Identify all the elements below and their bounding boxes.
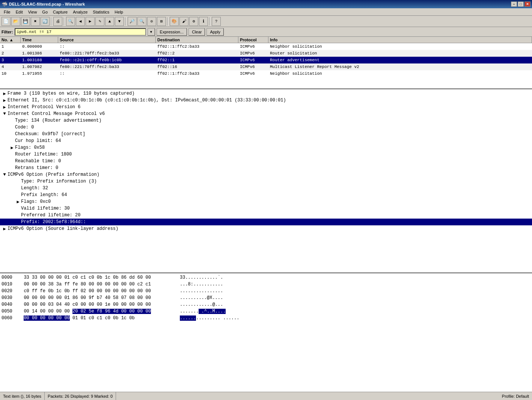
toolbar-open[interactable]: 📂 — [11, 17, 20, 26]
toolbar-next[interactable]: ▶ — [86, 17, 95, 26]
toolbar-new[interactable]: 📄 — [2, 17, 11, 26]
toolbar-zoom-in[interactable]: 🔎 — [128, 17, 137, 26]
expand-placeholder — [15, 192, 21, 198]
expand-icon[interactable]: ▶ — [2, 104, 8, 110]
expand-icon[interactable]: ▶ — [2, 98, 8, 103]
minimize-button[interactable]: − — [511, 2, 517, 7]
col-header-source[interactable]: Source — [58, 37, 156, 43]
detail-line[interactable]: Retrans timer: 0 — [0, 165, 532, 171]
toolbar-colorize[interactable]: 🎨 — [170, 17, 179, 26]
col-header-proto[interactable]: Protocol — [238, 37, 268, 43]
toolbar-filter-color[interactable]: 🖌 — [179, 17, 188, 26]
hex-row: 0050 00 14 00 00 00 00 20 02 5e f8 96 4d… — [2, 308, 530, 315]
detail-line[interactable]: ▶Internet Protocol Version 6 — [0, 104, 532, 110]
hex-ascii: ............@... — [180, 302, 223, 307]
hex-bytes: 00 00 00 38 3a ff fe 80 00 00 00 00 00 0… — [18, 282, 180, 287]
detail-line[interactable]: ▼Internet Control Message Protocol v6 — [0, 110, 532, 117]
packet-rows-container: 1 0.000000 :: ff02::1:ffc2:ba33 ICMPv6 N… — [0, 43, 532, 77]
toolbar-zoom2[interactable]: ⊞ — [157, 17, 166, 26]
detail-text: Flags: 0x58 — [15, 145, 45, 150]
toolbar-up[interactable]: ▲ — [105, 17, 114, 26]
cell-proto: ICMPv6 — [238, 44, 268, 49]
toolbar-prev[interactable]: ◀ — [76, 17, 85, 26]
toolbar-find[interactable]: 🔍 — [66, 17, 75, 26]
hex-row: 0020 c0 ff fe 0b 1c 0b ff 02 00 00 00 00… — [2, 288, 530, 294]
hex-bytes: c0 ff fe 0b 1c 0b ff 02 00 00 00 00 00 0… — [18, 288, 180, 294]
detail-line[interactable]: ▼ICMPv6 Option (Prefix information) — [0, 171, 532, 178]
menu-view[interactable]: View — [26, 9, 39, 15]
expand-icon[interactable]: ▶ — [15, 199, 21, 205]
toolbar-reload[interactable]: 🔄 — [41, 17, 50, 26]
detail-line[interactable]: ▶Flags: 0xc0 — [0, 198, 532, 205]
hex-offset: 0030 — [2, 295, 18, 300]
filter-expression-button[interactable]: Expression... — [157, 28, 187, 36]
expand-icon[interactable]: ▼ — [2, 111, 8, 116]
hex-bytes: 00 00 00 00 00 00 01 01 c0 c1 c0 0b 1c 0… — [18, 315, 180, 321]
hex-dump: 0000 33 33 00 00 00 01 c0 c1 c0 0b 1c 0b… — [0, 273, 532, 392]
detail-line[interactable]: Prefix: 2002:5ef8:964d:: — [0, 219, 532, 225]
filter-dropdown-button[interactable]: ▼ — [148, 28, 155, 36]
cell-info: Multicast Listener Report Message v2 — [268, 65, 532, 69]
cell-proto: ICMPv6 — [238, 65, 268, 69]
toolbar-sep3 — [125, 17, 126, 26]
detail-line[interactable]: Length: 32 — [0, 185, 532, 192]
cell-dest: ff02::1:ffc2:ba33 — [156, 71, 238, 76]
detail-line[interactable]: Reachable time: 0 — [0, 158, 532, 165]
detail-line[interactable]: ▶Ethernet II, Src: c0:c1:c0:0b:1c:0b (c0… — [0, 97, 532, 104]
col-header-dest[interactable]: Destination — [156, 37, 238, 43]
detail-text: Internet Control Message Protocol v6 — [8, 111, 105, 116]
col-header-time[interactable]: Time — [21, 37, 58, 43]
detail-line[interactable]: Prefix length: 64 — [0, 192, 532, 198]
detail-line[interactable]: Checksum: 0x9fb7 [correct] — [0, 131, 532, 137]
expand-icon[interactable]: ▶ — [2, 226, 8, 232]
packet-row[interactable]: 1 0.000000 :: ff02::1:ffc2:ba33 ICMPv6 N… — [0, 43, 532, 50]
toolbar-zoom-out[interactable]: 🔍 — [137, 17, 146, 26]
filter-apply-button[interactable]: Apply — [206, 28, 224, 36]
maximize-button[interactable]: □ — [518, 2, 524, 7]
detail-line[interactable]: ▶Flags: 0x58 — [0, 144, 532, 151]
menu-statistics[interactable]: Statistics — [90, 9, 112, 15]
expand-icon[interactable]: ▼ — [2, 172, 8, 177]
filter-clear-button[interactable]: Clear — [188, 28, 205, 36]
detail-line[interactable]: ▶Frame 3 (110 bytes on wire, 110 bytes c… — [0, 90, 532, 97]
detail-line[interactable]: Type: Prefix information (3) — [0, 178, 532, 185]
packet-row[interactable]: 4 1.007982 fe80::221:70ff:fec2:ba33 ff02… — [0, 63, 532, 70]
hex-ascii: ..........@X.... — [180, 295, 223, 300]
toolbar-prefs[interactable]: ⚙ — [189, 17, 198, 26]
detail-line[interactable]: Valid lifetime: 30 — [0, 205, 532, 212]
toolbar-info[interactable]: ℹ — [199, 17, 208, 26]
expand-icon[interactable]: ▶ — [9, 145, 15, 151]
col-header-no[interactable]: No. ▲ — [0, 37, 21, 43]
toolbar-save[interactable]: 💾 — [21, 17, 30, 26]
close-button[interactable]: ✕ — [524, 2, 530, 7]
packet-row[interactable]: 10 1.971955 :: ff02::1:ffc2:ba33 ICMPv6 … — [0, 70, 532, 77]
detail-line[interactable]: Cur hop limit: 64 — [0, 137, 532, 144]
detail-line[interactable]: Type: 134 (Router advertisement) — [0, 117, 532, 124]
toolbar-zoom-normal[interactable]: ⊙ — [147, 17, 156, 26]
detail-line[interactable]: Code: 0 — [0, 124, 532, 131]
menu-analyze[interactable]: Analyze — [71, 9, 90, 15]
packet-row[interactable]: 2 1.001386 fe80::221:70ff:fec2:ba33 ff02… — [0, 50, 532, 57]
detail-line[interactable]: Preferred lifetime: 20 — [0, 212, 532, 219]
main-area: No. ▲ Time Source Destination Protocol I… — [0, 37, 532, 392]
hex-offset: 0010 — [2, 282, 18, 287]
cell-dest: ff02::1 — [156, 58, 238, 62]
toolbar-print[interactable]: 🖨 — [53, 17, 62, 26]
col-header-info[interactable]: Info — [268, 37, 532, 43]
toolbar-down[interactable]: ▼ — [115, 17, 124, 26]
toolbar-close[interactable]: ✖ — [31, 17, 40, 26]
menu-file[interactable]: File — [2, 9, 13, 15]
packet-row[interactable]: 3 1.003188 fe80::c2c1:c0ff:fe0b:1c0b ff0… — [0, 57, 532, 63]
menu-capture[interactable]: Capture — [51, 9, 70, 15]
cell-source: :: — [58, 71, 156, 76]
menu-go[interactable]: Go — [40, 9, 50, 15]
menu-edit[interactable]: Edit — [14, 9, 25, 15]
detail-line[interactable]: ▶ICMPv6 Option (Source link-layer addres… — [0, 225, 532, 232]
expand-icon[interactable]: ▶ — [2, 91, 8, 97]
toolbar-mark[interactable]: ✎ — [95, 17, 104, 26]
menu-help[interactable]: Help — [112, 9, 125, 15]
filter-input[interactable] — [15, 28, 146, 36]
detail-line[interactable]: Router lifetime: 1800 — [0, 151, 532, 158]
detail-text: Reachable time: 0 — [15, 158, 61, 164]
toolbar-help2[interactable]: ? — [212, 17, 221, 26]
